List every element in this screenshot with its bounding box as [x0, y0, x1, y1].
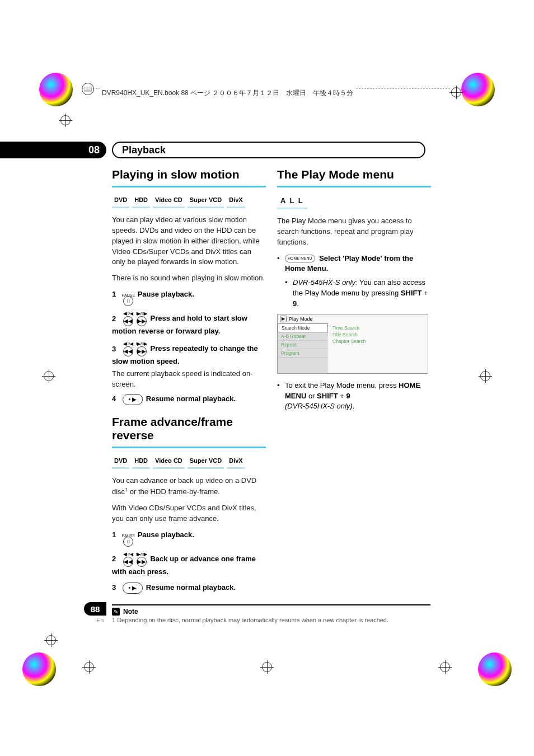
bottom-registration-row: [0, 662, 534, 672]
registration-mark: [84, 662, 94, 672]
registration-mark: [60, 115, 71, 125]
body-para: The Play Mode menu gives you access to s…: [277, 216, 431, 248]
text-fragment: .: [353, 402, 355, 410]
note-label: Note: [123, 608, 138, 616]
italic-fragment: DVR-545HX-S only:: [293, 278, 358, 287]
body-para: You can advance or back up video on a DV…: [112, 476, 266, 497]
right-column: The Play Mode menu A L L The Play Mode m…: [277, 168, 431, 416]
key-name: SHIFT: [401, 289, 422, 297]
frame-step-1: 1 PAUSE Pause playback.: [112, 530, 266, 547]
step-number: 1: [112, 530, 116, 539]
frame-step-2: 2 ◀II/◀◀◀ I▶/II▶▶▶ Back up or advance on…: [112, 552, 266, 577]
registration-mark: [44, 371, 54, 381]
heading-underline: [277, 186, 431, 187]
play-button-icon: [123, 394, 143, 405]
menu-title-label: Play Mode: [289, 316, 313, 322]
step-number: 3: [112, 583, 116, 591]
media-supervcd: Super VCD: [188, 456, 224, 469]
page-number: 88: [91, 604, 100, 614]
rev-arrows-icon: ◀II/◀: [123, 552, 134, 557]
media-dvd: DVD: [112, 195, 129, 208]
media-hdd: HDD: [132, 195, 150, 208]
text-fragment: To exit the Play Mode menu, press: [285, 381, 399, 389]
menu-item-selected: Search Mode: [278, 323, 328, 332]
pause-icon: [123, 296, 133, 306]
media-hdd: HDD: [132, 456, 150, 469]
section-heading-slowmotion: Playing in slow motion: [112, 168, 266, 181]
registration-mark: [440, 662, 450, 672]
step-text: Resume normal playback.: [146, 395, 236, 403]
home-menu-button-icon: HOME MENU: [285, 255, 315, 262]
left-column: Playing in slow motion DVD HDD Video CD …: [112, 168, 266, 596]
step-number: 1: [112, 290, 116, 298]
chapter-number: 08: [88, 144, 100, 156]
page-language: En: [96, 617, 104, 623]
body-para: You can play video at various slow motio…: [112, 215, 266, 267]
fwd-arrows-icon: I▶/II▶: [135, 552, 147, 557]
body-para: There is no sound when playing in slow m…: [112, 273, 266, 284]
submenu-item: Chapter Search: [332, 338, 423, 345]
playmode-menu-title: ▶ Play Mode: [278, 314, 428, 323]
step-4: 4 Resume normal playback.: [112, 394, 266, 405]
text-fragment: .: [297, 299, 299, 308]
registration-mark: [262, 662, 272, 672]
frame-step-3: 3 Resume normal playback.: [112, 583, 266, 594]
chapter-number-tab: 08: [0, 142, 106, 158]
rev-button-icon: ◀◀: [123, 346, 133, 356]
header-filename: DVR940HX_UK_EN.book 88 ページ ２００６年７月１２日 水曜…: [100, 88, 355, 98]
registration-mark: [480, 371, 490, 381]
print-mark-tl: [39, 73, 73, 106]
note-icon: ✎: [112, 608, 120, 616]
fwd-button-icon: ▶▶: [137, 346, 147, 356]
section-heading-playmode: The Play Mode menu: [277, 168, 431, 181]
footnote-section: ✎ Note 1 Depending on the disc, normal p…: [112, 604, 430, 623]
media-badges: DVD HDD Video CD Super VCD DivX: [112, 195, 266, 208]
text-fragment: or the HDD frame-by-frame.: [128, 487, 220, 496]
playmode-left-pane: Search Mode A-B Repeat Repeat Program: [278, 323, 328, 373]
footnote-text: 1 Depending on the disc, normal playback…: [112, 617, 430, 623]
step-number: 2: [112, 314, 116, 323]
fwd-button-icon: ▶▶: [137, 557, 147, 567]
menu-item: A-B Repeat: [278, 332, 328, 341]
media-dvd: DVD: [112, 456, 129, 469]
chapter-title-pill: Playback: [112, 142, 425, 158]
text-fragment: +: [422, 289, 428, 297]
rev-button-icon: ◀◀: [123, 557, 133, 567]
step-number: 2: [112, 555, 116, 563]
rev-button-icon: ◀◀: [123, 316, 133, 326]
italic-fragment: (DVR-545HX-S only): [285, 402, 353, 410]
step-3: 3 ◀II/◀◀◀ I▶/II▶▶▶ Press repeatedly to c…: [112, 342, 266, 367]
play-button-icon: [123, 583, 143, 594]
heading-underline: [112, 186, 266, 187]
text-fragment: +: [338, 392, 346, 400]
step-2: 2 ◀II/◀◀◀ I▶/II▶▶▶ Press and hold to sta…: [112, 312, 266, 336]
text-fragment: or: [306, 392, 317, 400]
key-name: SHIFT: [317, 392, 338, 400]
media-videocd: Video CD: [153, 456, 185, 469]
media-divx: DivX: [227, 456, 245, 469]
step-number: 4: [112, 395, 116, 403]
print-mark-tr: [461, 73, 495, 106]
chapter-title: Playback: [122, 144, 166, 156]
step-text: Resume normal playback.: [146, 583, 236, 591]
submenu-item: Title Search: [332, 331, 423, 338]
fwd-button-icon: ▶▶: [137, 316, 147, 326]
heading-underline: [112, 447, 266, 448]
sub-bullet: DVR-545HX-S only: You can also access th…: [285, 278, 431, 309]
menu-item: Program: [278, 349, 328, 358]
rev-arrows-icon: ◀II/◀: [123, 342, 134, 346]
step-text: Pause playback.: [138, 290, 194, 298]
step-3-sub: The current playback speed is indicated …: [112, 369, 266, 389]
fwd-arrows-icon: I▶/II▶: [135, 312, 147, 316]
playmode-right-pane: Time Search Title Search Chapter Search: [328, 323, 428, 373]
step-number: 3: [112, 345, 116, 353]
bullet-item: HOME MENU Select 'Play Mode' from the Ho…: [277, 253, 431, 309]
media-badges: DVD HDD Video CD Super VCD DivX: [112, 456, 266, 469]
submenu-item: Time Search: [332, 325, 423, 331]
registration-mark: [451, 87, 461, 97]
media-divx: DivX: [227, 195, 245, 208]
book-icon: 📖: [82, 83, 94, 95]
bullet-item: To exit the Play Mode menu, press HOME M…: [277, 381, 431, 412]
key-name: 9: [346, 392, 350, 400]
playmode-menu-screenshot: ▶ Play Mode Search Mode A-B Repeat Repea…: [277, 314, 428, 374]
